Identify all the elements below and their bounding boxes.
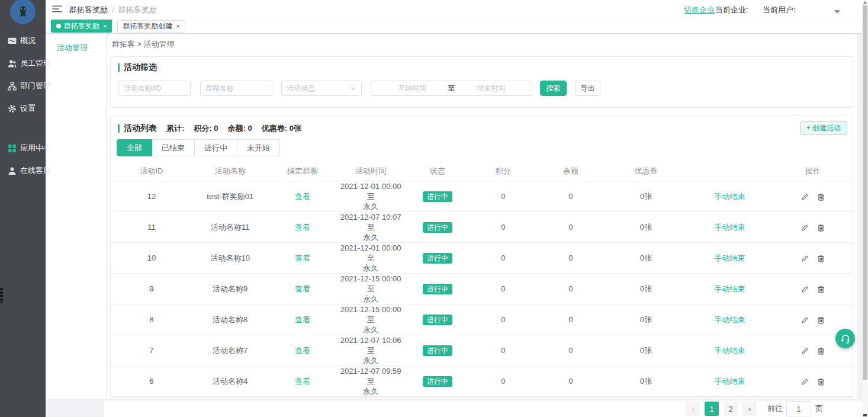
time-start: 2021-12-07 10:07 至 <box>337 212 404 232</box>
summary-points: 积分: 0 <box>194 123 218 134</box>
list-header: 活动列表 累计: 积分: 0 余额: 0 优惠卷: 0张 <box>118 123 301 134</box>
close-icon[interactable]: × <box>176 23 179 30</box>
page-button-2[interactable]: 2 <box>724 402 738 416</box>
edit-icon[interactable] <box>801 255 809 262</box>
status-tab-3[interactable]: 未开始 <box>237 139 280 156</box>
view-link[interactable]: 查看 <box>295 346 310 355</box>
status-tab-group: 全部已结束进行中未开始 <box>117 139 280 156</box>
cell-group-chat: 查看 <box>268 304 337 335</box>
activity-status-select[interactable]: 活动状态 <box>281 81 362 96</box>
hamburger-icon[interactable] <box>52 5 62 13</box>
edit-icon[interactable] <box>801 347 809 355</box>
group-name-input[interactable] <box>200 81 272 96</box>
sidebar-item-overview[interactable]: 概况 <box>0 34 46 48</box>
scrollbar-thumb[interactable] <box>863 5 867 380</box>
online-service-float-button[interactable] <box>835 329 855 348</box>
edit-icon[interactable] <box>801 378 809 386</box>
tags-view-tab[interactable]: 群拓客奖励创建× <box>117 20 185 33</box>
chevron-down-icon <box>350 85 356 92</box>
sidebar-item-settings[interactable]: 设置 <box>0 101 46 116</box>
delete-icon[interactable] <box>817 316 825 324</box>
collapsed-widget-tag[interactable] <box>0 288 3 303</box>
delete-icon[interactable] <box>817 193 825 201</box>
table-row: 7活动名称7查看2021-12-07 10:06 至永久进行中000张手动结束 <box>111 335 853 366</box>
view-link[interactable]: 查看 <box>295 315 310 324</box>
status-badge: 进行中 <box>423 376 452 387</box>
page-scrollbar[interactable] <box>862 0 868 417</box>
time-start: 2021-12-01 00:00 至 <box>337 243 404 263</box>
cell-points: 0 <box>471 274 536 304</box>
app-logo <box>10 0 36 24</box>
cell-group-chat: 查看 <box>268 335 337 366</box>
manual-end-link[interactable]: 手动结束 <box>715 346 745 355</box>
cell-points: 0 <box>471 335 536 366</box>
view-link[interactable]: 查看 <box>295 192 310 201</box>
submenu-item-activity-management[interactable]: 活动管理 <box>46 33 106 53</box>
view-link[interactable]: 查看 <box>295 377 310 386</box>
title-accent-bar <box>118 63 120 72</box>
time-start: 2021-12-07 09:59 至 <box>337 397 404 398</box>
export-button[interactable]: 导出 <box>575 81 600 96</box>
table-row: 8活动名称8查看2021-12-15 00:00 至永久进行中000张手动结束 <box>111 304 853 335</box>
cell-balance: 0 <box>536 335 606 366</box>
status-tab-1[interactable]: 已结束 <box>152 139 195 156</box>
edit-icon[interactable] <box>801 286 809 293</box>
status-tab-2[interactable]: 进行中 <box>194 139 237 156</box>
sidebar-item-service[interactable]: 在线客服 <box>0 163 46 178</box>
status-tab-0[interactable]: 全部 <box>117 139 152 156</box>
sidebar-item-department[interactable]: 部门管理 <box>0 79 46 93</box>
activity-name-input[interactable] <box>118 81 191 96</box>
manual-end-link[interactable]: 手动结束 <box>715 284 745 293</box>
time-end: 永久 <box>337 386 404 396</box>
list-title: 活动列表 <box>118 123 157 134</box>
prev-page-button[interactable]: ‹ <box>686 402 700 416</box>
end-time-placeholder[interactable]: 结束时间 <box>455 84 528 94</box>
sidebar-item-apps[interactable]: 应用中心 <box>0 141 46 155</box>
manual-end-link[interactable]: 手动结束 <box>715 315 745 324</box>
filter-card-title: 活动筛选 <box>118 62 157 73</box>
column-header: 余额 <box>536 162 606 181</box>
delete-icon[interactable] <box>817 378 825 386</box>
manual-end-link[interactable]: 手动结束 <box>715 377 745 386</box>
search-button[interactable]: 搜索 <box>540 81 567 96</box>
sidebar-item-label: 部门管理 <box>20 81 51 91</box>
manual-end-link[interactable]: 手动结束 <box>715 223 745 232</box>
cell-status: 进行中 <box>404 181 471 212</box>
cell-operations <box>773 243 853 274</box>
delete-icon[interactable] <box>817 286 825 293</box>
user-dropdown-caret-icon[interactable] <box>834 10 840 14</box>
view-link[interactable]: 查看 <box>295 284 310 293</box>
cell-balance: 0 <box>536 243 606 274</box>
column-header: 活动ID <box>111 162 192 181</box>
view-link[interactable]: 查看 <box>295 254 310 262</box>
switch-company-link[interactable]: 切换企业 <box>684 5 715 15</box>
start-time-placeholder[interactable]: 开始时间 <box>376 84 448 94</box>
cell-activity-id: 5 <box>111 397 192 399</box>
close-icon[interactable]: × <box>103 23 107 30</box>
edit-icon[interactable] <box>801 193 809 201</box>
breadcrumb: 群拓客奖励/群拓客奖励 <box>69 5 157 15</box>
manual-end-link[interactable]: 手动结束 <box>715 254 745 262</box>
edit-icon[interactable] <box>801 224 809 232</box>
delete-icon[interactable] <box>817 255 825 262</box>
delete-icon[interactable] <box>817 347 825 355</box>
manual-end-link[interactable]: 手动结束 <box>715 192 745 201</box>
cell-coupons: 0张 <box>606 181 687 212</box>
create-activity-button[interactable]: + 创建活动 <box>800 121 847 135</box>
view-link[interactable]: 查看 <box>295 223 310 232</box>
scrollbar-up-arrow-icon[interactable] <box>863 1 867 4</box>
edit-icon[interactable] <box>801 316 809 324</box>
page-button-1[interactable]: 1 <box>705 402 719 416</box>
next-page-button[interactable]: › <box>742 402 757 416</box>
cell-activity-time: 2021-12-01 00:00 至永久 <box>337 181 404 212</box>
cell-activity-name: 活动名称11 <box>192 212 268 243</box>
sidebar-item-staff[interactable]: 员工管理 <box>0 56 46 70</box>
goto-page-input[interactable] <box>786 401 811 416</box>
delete-icon[interactable] <box>817 224 825 232</box>
date-range-picker[interactable]: 开始时间 至 结束时间 <box>371 81 532 96</box>
breadcrumb-item[interactable]: 群拓客奖励 <box>69 5 108 14</box>
cell-activity-time: 2021-12-15 00:00 至永久 <box>337 274 404 304</box>
tags-view-tab-active[interactable]: 群拓客奖励× <box>51 20 112 33</box>
status-badge: 进行中 <box>423 253 452 264</box>
list-title-text: 活动列表 <box>124 123 157 134</box>
